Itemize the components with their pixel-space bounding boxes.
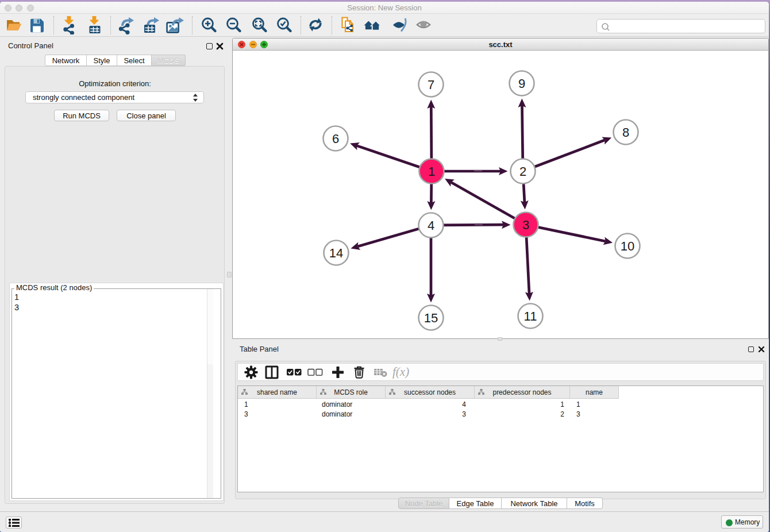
svg-text:6: 6 [332, 132, 339, 146]
svg-text:14: 14 [329, 246, 343, 260]
svg-text:10: 10 [621, 239, 634, 253]
svg-text:11: 11 [524, 309, 537, 323]
svg-text:2: 2 [519, 164, 526, 179]
svg-text:7: 7 [428, 78, 434, 92]
svg-text:15: 15 [424, 311, 438, 325]
svg-text:1: 1 [428, 164, 435, 179]
svg-text:4: 4 [428, 218, 434, 233]
svg-text:f(x): f(x) [392, 365, 409, 379]
svg-text:3: 3 [522, 218, 529, 232]
svg-text:9: 9 [518, 76, 525, 91]
svg-text:8: 8 [622, 125, 629, 140]
